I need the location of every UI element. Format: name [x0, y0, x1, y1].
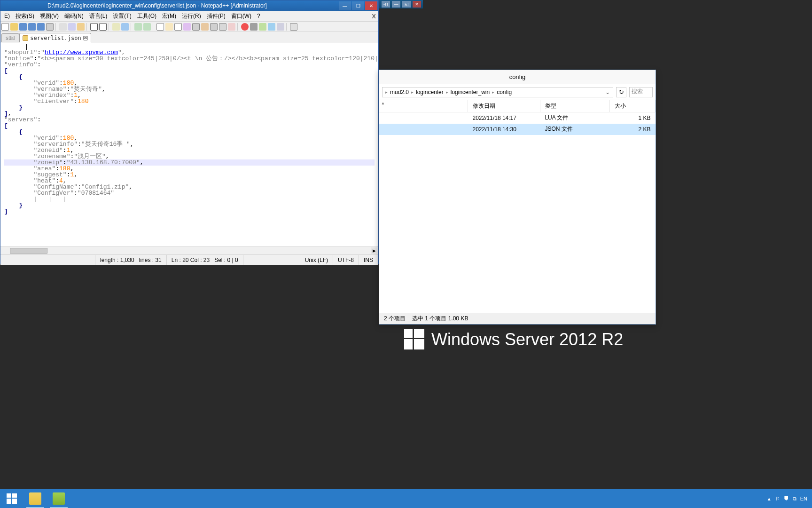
refresh-icon: ↻: [619, 88, 624, 95]
toolbar-stop-icon[interactable]: [250, 23, 258, 31]
chevron-right-icon[interactable]: ▸: [491, 90, 495, 95]
toolbar-extra-icon[interactable]: [290, 23, 297, 31]
chevron-right-icon[interactable]: ▸: [445, 90, 449, 95]
tray-overflow-icon[interactable]: ▲: [767, 496, 772, 501]
menu-run[interactable]: 运行(R): [179, 11, 204, 21]
search-input[interactable]: 搜索: [629, 87, 653, 97]
menu-encoding[interactable]: 编码(N): [62, 11, 86, 21]
toolbar-sync-icon[interactable]: [156, 23, 164, 31]
toolbar-copy-icon[interactable]: [68, 23, 76, 31]
document-tab-active[interactable]: serverlist.json ☒: [19, 33, 91, 42]
toolbar-saveall-icon[interactable]: [28, 23, 36, 31]
rdp-close-button[interactable]: ✕: [413, 1, 421, 8]
toolbar-saverec-icon[interactable]: [277, 23, 284, 31]
toolbar-playmulti-icon[interactable]: [268, 23, 275, 31]
notepadpp-icon: [53, 492, 65, 505]
toolbar-undo-icon[interactable]: [90, 23, 98, 31]
toolbar-record-icon[interactable]: [241, 23, 249, 31]
rdp-pin-icon[interactable]: -⊓: [382, 1, 390, 8]
toolbar-wrap-icon[interactable]: [165, 23, 173, 31]
toolbar-separator: [55, 23, 57, 31]
toolbar-new-icon[interactable]: [1, 23, 9, 31]
tray-network-icon[interactable]: ⧉: [793, 496, 796, 502]
toolbar-save-icon[interactable]: [19, 23, 27, 31]
toolbar-indent-icon[interactable]: [183, 23, 191, 31]
window-close-button[interactable]: ✕: [365, 1, 377, 10]
toolbar-allchars-icon[interactable]: [174, 23, 182, 31]
file-row[interactable]: 2022/11/18 14:30 JSON 文件 2 KB: [379, 124, 656, 135]
menu-settings[interactable]: 设置(T): [110, 11, 134, 21]
horizontal-scrollbar[interactable]: ▶: [0, 246, 378, 254]
column-type[interactable]: 类型: [540, 100, 609, 112]
file-row[interactable]: 2022/11/18 14:17 LUA 文件 1 KB: [379, 112, 656, 124]
toolbar-find-icon[interactable]: [112, 23, 120, 31]
menu-plugins[interactable]: 插件(P): [204, 11, 228, 21]
toolbar-paste-icon[interactable]: [77, 23, 85, 31]
breadcrumb-config[interactable]: config: [495, 89, 513, 95]
tray-lang[interactable]: EN: [800, 496, 807, 501]
document-tab-truncated[interactable]: st☒: [1, 33, 19, 42]
refresh-button[interactable]: ↻: [616, 87, 626, 97]
tray-security-icon[interactable]: ⛊: [784, 496, 789, 501]
toolbar-zoomout-icon[interactable]: [143, 23, 151, 31]
breadcrumb-mud20[interactable]: mud2.0: [389, 89, 410, 95]
toolbar-cut-icon[interactable]: [59, 23, 67, 31]
breadcrumb-logincenter[interactable]: logincenter: [414, 89, 445, 95]
windows-logo-icon: [404, 329, 425, 350]
code-content[interactable]: "shopurl":"http://www.xpvmw.com", "notic…: [0, 42, 378, 215]
toolbar-print-icon[interactable]: [46, 23, 54, 31]
toolbar-closeall-icon[interactable]: [37, 23, 45, 31]
scrollbar-thumb[interactable]: [10, 248, 47, 254]
scrollbar-right-button[interactable]: ▶: [371, 247, 377, 254]
explorer-nav-bar: ▸ mud2.0 ▸ logincenter ▸ logincenter_win…: [379, 84, 656, 100]
toolbar-zoomin-icon[interactable]: [134, 23, 142, 31]
explorer-file-list[interactable]: ▲ 修改日期 类型 大小 2022/11/18 14:17 LUA 文件 1 K…: [379, 100, 656, 313]
chevron-right-icon[interactable]: ▸: [384, 90, 389, 95]
toolbar-play-icon[interactable]: [259, 23, 266, 31]
menu-language[interactable]: 语言(L): [86, 11, 110, 21]
windows-start-icon: [7, 493, 17, 504]
column-headers[interactable]: ▲ 修改日期 类型 大小: [379, 100, 656, 112]
column-size[interactable]: 大小: [609, 100, 655, 112]
menu-macro[interactable]: 宏(M): [159, 11, 179, 21]
toolbar-userlang-icon[interactable]: [192, 23, 200, 31]
toolbar-separator: [237, 23, 239, 31]
toolbar-monitor-icon[interactable]: [228, 23, 235, 31]
rdp-fullscreen-button[interactable]: ◱: [402, 1, 411, 8]
file-explorer-window: config ▸ mud2.0 ▸ logincenter ▸ logincen…: [379, 70, 656, 325]
menu-window[interactable]: 窗口(W): [228, 11, 254, 21]
column-name[interactable]: ▲: [379, 100, 468, 112]
document-group-close-button[interactable]: X: [372, 13, 376, 20]
editor-area[interactable]: "shopurl":"http://www.xpvmw.com", "notic…: [0, 42, 378, 246]
status-eol: Unix (LF): [300, 255, 333, 265]
taskbar-notepadpp-button[interactable]: [47, 489, 70, 508]
system-tray[interactable]: ▲ ⚐ ⛊ ⧉ EN: [767, 496, 812, 502]
tray-flag-icon[interactable]: ⚐: [775, 496, 780, 502]
rdp-minimize-button[interactable]: —: [392, 1, 400, 8]
menu-file[interactable]: E): [1, 12, 13, 20]
windows-brand: Windows Server 2012 R2: [404, 329, 623, 350]
column-date[interactable]: 修改日期: [468, 100, 540, 112]
menu-help[interactable]: ?: [254, 12, 263, 20]
toolbar-funclist-icon[interactable]: [210, 23, 218, 31]
window-maximize-button[interactable]: ❐: [352, 1, 364, 10]
toolbar-open-icon[interactable]: [10, 23, 18, 31]
toolbar-folder-icon[interactable]: [219, 23, 226, 31]
document-tab-close-button[interactable]: ☒: [83, 36, 88, 40]
window-minimize-button[interactable]: —: [339, 1, 351, 10]
menu-view[interactable]: 视图(V): [37, 11, 62, 21]
chevron-right-icon[interactable]: ▸: [410, 90, 414, 95]
menu-search[interactable]: 搜索(S): [13, 11, 37, 21]
breadcrumb-logincenterwin[interactable]: logincenter_win: [449, 89, 491, 95]
menu-tools[interactable]: 工具(O): [134, 11, 159, 21]
taskbar-explorer-button[interactable]: [23, 489, 47, 508]
breadcrumb-dropdown-icon[interactable]: ⌄: [602, 89, 613, 95]
breadcrumb[interactable]: ▸ mud2.0 ▸ logincenter ▸ logincenter_win…: [382, 87, 613, 97]
status-insert-mode: INS: [359, 255, 378, 265]
toolbar-docmap-icon[interactable]: [201, 23, 209, 31]
toolbar-redo-icon[interactable]: [99, 23, 107, 31]
status-position: Ln : 20 Col : 23 Sel : 0 | 0: [167, 255, 243, 265]
toolbar-replace-icon[interactable]: [121, 23, 129, 31]
item-count: 2 个项目: [384, 315, 406, 323]
start-button[interactable]: [0, 489, 23, 508]
